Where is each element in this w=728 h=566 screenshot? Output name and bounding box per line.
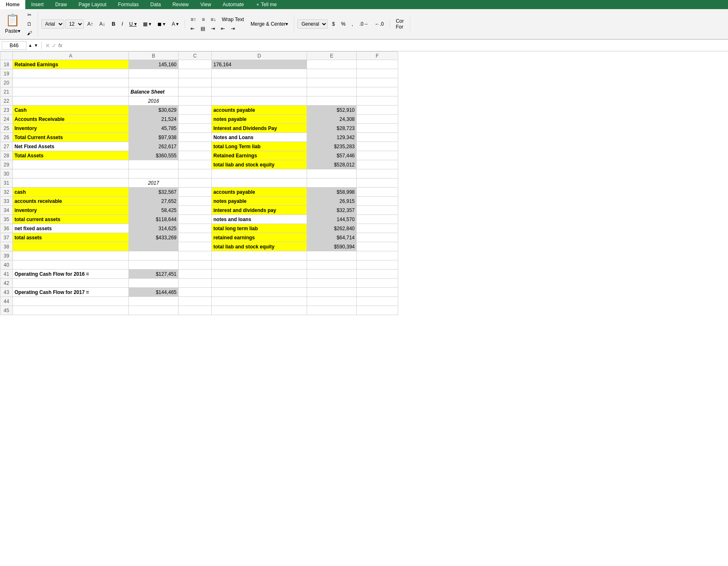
cell-f-18[interactable] [357, 60, 398, 69]
cell-b-31[interactable]: 2017 [129, 178, 179, 188]
cell-d-41[interactable] [212, 270, 307, 279]
cell-f-37[interactable] [357, 233, 398, 242]
cell-f-28[interactable] [357, 151, 398, 160]
italic-button[interactable]: I [119, 20, 125, 28]
cell-b-25[interactable]: 45,785 [129, 124, 179, 133]
cell-b-35[interactable]: $118,644 [129, 215, 179, 224]
font-size-select[interactable]: 12 [65, 19, 84, 29]
cell-c-19[interactable] [179, 69, 212, 78]
cell-e-18[interactable] [307, 60, 357, 69]
cell-e-20[interactable] [307, 78, 357, 87]
cell-a-35[interactable]: total current assets [13, 215, 129, 224]
cell-e-32[interactable]: $58,998 [307, 188, 357, 197]
currency-button[interactable]: $ [329, 20, 337, 28]
cell-c-29[interactable] [179, 160, 212, 169]
cell-f-34[interactable] [357, 206, 398, 215]
cell-c-27[interactable] [179, 142, 212, 151]
comma-button[interactable]: , [349, 20, 356, 28]
cell-d-26[interactable]: Notes and Loans [212, 133, 307, 142]
cell-d-20[interactable] [212, 78, 307, 87]
cell-e-34[interactable]: $32,357 [307, 206, 357, 215]
indent-increase-button[interactable]: ⇥ [228, 24, 237, 33]
cell-f-35[interactable] [357, 215, 398, 224]
cell-f-41[interactable] [357, 270, 398, 279]
cell-e-41[interactable] [307, 270, 357, 279]
cell-b-22[interactable]: 2016 [129, 96, 179, 106]
cell-e-21[interactable] [307, 87, 357, 96]
cell-a-22[interactable] [13, 96, 129, 106]
align-top-button[interactable]: ≡↑ [188, 15, 198, 24]
tab-page-layout[interactable]: Page Layout [73, 0, 112, 9]
cell-f-20[interactable] [357, 78, 398, 87]
cell-a-18[interactable]: Retained Earnings [13, 60, 129, 69]
cell-d-40[interactable] [212, 260, 307, 270]
cell-f-21[interactable] [357, 87, 398, 96]
cell-reference-input[interactable] [2, 41, 27, 50]
cell-d-36[interactable]: total long term liab [212, 224, 307, 233]
cell-d-33[interactable]: notes payable [212, 197, 307, 206]
cell-c-20[interactable] [179, 78, 212, 87]
cell-d-25[interactable]: Interest and Dividends Pay [212, 124, 307, 133]
cell-a-26[interactable]: Total Current Assets [13, 133, 129, 142]
cell-a-19[interactable] [13, 69, 129, 78]
cell-f-38[interactable] [357, 242, 398, 251]
cell-b-20[interactable] [129, 78, 179, 87]
cell-e-33[interactable]: 26,915 [307, 197, 357, 206]
cell-e-44[interactable] [307, 297, 357, 306]
col-header-b[interactable]: B [129, 52, 179, 60]
cell-c-30[interactable] [179, 169, 212, 178]
cell-c-44[interactable] [179, 297, 212, 306]
tab-review[interactable]: Review [167, 0, 194, 9]
align-middle-button[interactable]: ≡ [199, 15, 207, 24]
cell-e-25[interactable]: $28,723 [307, 124, 357, 133]
tab-view[interactable]: View [195, 0, 217, 9]
cell-c-21[interactable] [179, 87, 212, 96]
cell-c-28[interactable] [179, 151, 212, 160]
cell-e-37[interactable]: $64,714 [307, 233, 357, 242]
cell-f-25[interactable] [357, 124, 398, 133]
tab-data[interactable]: Data [145, 0, 167, 9]
tab-insert[interactable]: Insert [25, 0, 49, 9]
font-name-select[interactable]: Arial [41, 19, 64, 29]
cell-e-28[interactable]: $57,446 [307, 151, 357, 160]
cell-f-23[interactable] [357, 106, 398, 115]
cell-c-25[interactable] [179, 124, 212, 133]
cell-c-36[interactable] [179, 224, 212, 233]
cell-a-34[interactable]: inventory [13, 206, 129, 215]
cell-b-42[interactable] [129, 279, 179, 288]
cell-d-39[interactable] [212, 251, 307, 260]
cell-a-41[interactable]: Operating Cash Flow for 2016 = [13, 270, 129, 279]
cell-c-38[interactable] [179, 242, 212, 251]
number-format-select[interactable]: General [297, 19, 328, 29]
cell-c-35[interactable] [179, 215, 212, 224]
cell-c-23[interactable] [179, 106, 212, 115]
cell-e-19[interactable] [307, 69, 357, 78]
cell-b-38[interactable] [129, 242, 179, 251]
tab-formulas[interactable]: Formulas [112, 0, 145, 9]
cell-b-34[interactable]: 58,425 [129, 206, 179, 215]
tab-automate[interactable]: Automate [217, 0, 249, 9]
cell-a-24[interactable]: Accounts Receivable [13, 115, 129, 124]
cell-e-30[interactable] [307, 169, 357, 178]
cell-d-38[interactable]: total liab and stock equity [212, 242, 307, 251]
cell-d-27[interactable]: total Long Term liab [212, 142, 307, 151]
cell-f-44[interactable] [357, 297, 398, 306]
cell-d-28[interactable]: Retained Earnings [212, 151, 307, 160]
formula-nav-up[interactable]: ▲ [28, 43, 32, 48]
cell-f-30[interactable] [357, 169, 398, 178]
cell-c-32[interactable] [179, 188, 212, 197]
align-left-button[interactable]: ⇤ [188, 24, 197, 33]
cell-f-22[interactable] [357, 96, 398, 106]
cell-e-39[interactable] [307, 251, 357, 260]
cell-e-26[interactable]: 129,342 [307, 133, 357, 142]
cell-f-40[interactable] [357, 260, 398, 270]
cell-d-29[interactable]: total liab and stock equity [212, 160, 307, 169]
cell-a-32[interactable]: cash [13, 188, 129, 197]
cell-d-37[interactable]: retained earnings [212, 233, 307, 242]
cell-a-29[interactable] [13, 160, 129, 169]
align-bottom-button[interactable]: ≡↓ [208, 15, 218, 24]
cell-f-31[interactable] [357, 178, 398, 188]
wrap-text-button[interactable]: Wrap Text [219, 15, 247, 24]
cell-c-18[interactable] [179, 60, 212, 69]
font-color-button[interactable]: A ▾ [169, 20, 181, 28]
